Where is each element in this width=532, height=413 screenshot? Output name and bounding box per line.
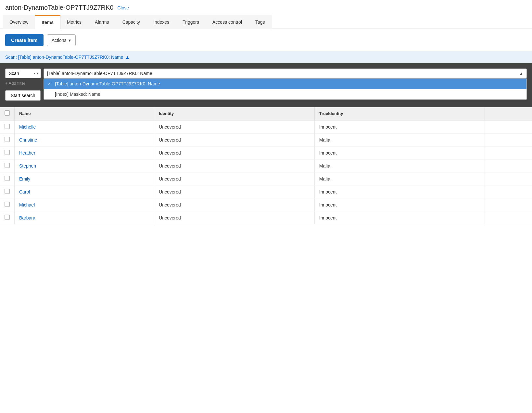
table-row: Carol Uncovered Innocent [0, 185, 532, 198]
name-link[interactable]: Carol [19, 189, 30, 194]
index-dropdown-value: [Table] anton-DynamoTable-OP7TTJ9Z7RK0: … [47, 71, 152, 76]
cell-identity: Uncovered [154, 185, 315, 198]
scan-title-text: Scan: [Table] anton-DynamoTable-OP7TTJ9Z… [5, 55, 123, 60]
table-header-row: Name Identity TrueIdentity [0, 107, 532, 120]
header-checkbox[interactable] [5, 110, 10, 116]
cell-true-identity: Mafia [314, 133, 485, 146]
name-link[interactable]: Emily [19, 176, 30, 181]
name-link[interactable]: Barbara [19, 215, 35, 220]
name-link[interactable]: Stephen [19, 163, 36, 169]
cell-identity: Uncovered [154, 198, 315, 211]
collapse-icon: ▲ [125, 55, 130, 60]
row-checkbox[interactable] [5, 150, 10, 155]
scan-header: Scan: [Table] anton-DynamoTable-OP7TTJ9Z… [0, 51, 532, 63]
page-header: anton-DynamoTable-OP7TTJ9Z7RK0 Close [0, 0, 532, 15]
tab-items[interactable]: Items [35, 15, 60, 29]
header-checkbox-cell [0, 107, 15, 120]
cell-extra [485, 159, 532, 172]
cell-name: Michelle [15, 120, 154, 133]
dropdown-option-table[interactable]: ✓ [Table] anton-DynamoTable-OP7TTJ9Z7RK0… [44, 79, 526, 89]
col-true-identity: TrueIdentity [314, 107, 485, 120]
tab-metrics[interactable]: Metrics [60, 15, 88, 29]
cell-true-identity: Innocent [314, 185, 485, 198]
search-panel: Scan Query [Table] anton-DynamoTable-OP7… [0, 63, 532, 107]
scan-type-select[interactable]: Scan Query [5, 69, 41, 78]
cell-name: Stephen [15, 159, 154, 172]
create-item-button[interactable]: Create item [5, 34, 44, 46]
name-link[interactable]: Christine [19, 137, 37, 143]
row-checkbox-cell [0, 172, 15, 185]
tab-access-control[interactable]: Access control [206, 15, 249, 29]
cell-extra [485, 185, 532, 198]
col-identity: Identity [154, 107, 315, 120]
table-row: Heather Uncovered Innocent [0, 146, 532, 159]
row-checkbox-cell [0, 159, 15, 172]
cell-true-identity: Mafia [314, 172, 485, 185]
cell-extra [485, 211, 532, 224]
cell-true-identity: Innocent [314, 198, 485, 211]
cell-true-identity: Innocent [314, 211, 485, 224]
table-row: Michelle Uncovered Innocent [0, 120, 532, 133]
name-link[interactable]: Michelle [19, 124, 36, 130]
tab-capacity[interactable]: Capacity [116, 15, 147, 29]
cell-extra [485, 198, 532, 211]
items-table: Name Identity TrueIdentity Michelle Unco… [0, 107, 532, 224]
row-checkbox-cell [0, 211, 15, 224]
cell-identity: Uncovered [154, 172, 315, 185]
tab-triggers[interactable]: Triggers [176, 15, 206, 29]
close-link[interactable]: Close [117, 5, 129, 10]
chevron-down-icon: ▾ [69, 38, 71, 43]
cell-name: Michael [15, 198, 154, 211]
cell-name: Christine [15, 133, 154, 146]
row-checkbox-cell [0, 133, 15, 146]
cell-identity: Uncovered [154, 211, 315, 224]
table-row: Emily Uncovered Mafia [0, 172, 532, 185]
name-link[interactable]: Heather [19, 150, 35, 156]
cell-identity: Uncovered [154, 146, 315, 159]
search-row: Scan Query [Table] anton-DynamoTable-OP7… [5, 69, 527, 78]
cell-extra [485, 172, 532, 185]
row-checkbox[interactable] [5, 215, 10, 220]
cell-identity: Uncovered [154, 159, 315, 172]
row-checkbox[interactable] [5, 124, 10, 129]
col-extra [485, 107, 532, 120]
tab-tags[interactable]: Tags [249, 15, 272, 29]
tab-alarms[interactable]: Alarms [88, 15, 116, 29]
dropdown-chevron-icon: ▲ [519, 71, 523, 76]
toolbar: Create item Actions ▾ [0, 29, 532, 51]
name-link[interactable]: Michael [19, 202, 35, 207]
cell-name: Barbara [15, 211, 154, 224]
cell-extra [485, 120, 532, 133]
actions-button[interactable]: Actions ▾ [47, 34, 76, 46]
row-checkbox[interactable] [5, 163, 10, 168]
tab-indexes[interactable]: Indexes [147, 15, 176, 29]
row-checkbox[interactable] [5, 137, 10, 142]
cell-identity: Uncovered [154, 120, 315, 133]
row-checkbox-cell [0, 198, 15, 211]
index-dropdown-container: [Table] anton-DynamoTable-OP7TTJ9Z7RK0: … [44, 69, 527, 78]
cell-extra [485, 146, 532, 159]
scan-title-bar[interactable]: Scan: [Table] anton-DynamoTable-OP7TTJ9Z… [5, 55, 527, 60]
tabs-bar: Overview Items Metrics Alarms Capacity I… [0, 15, 532, 29]
cell-name: Emily [15, 172, 154, 185]
page-title: anton-DynamoTable-OP7TTJ9Z7RK0 [5, 4, 113, 11]
table-row: Michael Uncovered Innocent [0, 198, 532, 211]
tab-overview[interactable]: Overview [3, 15, 35, 29]
cell-true-identity: Innocent [314, 146, 485, 159]
row-checkbox-cell [0, 185, 15, 198]
dropdown-option-index[interactable]: [Index] Masked: Name [44, 89, 526, 99]
row-checkbox-cell [0, 146, 15, 159]
table-row: Stephen Uncovered Mafia [0, 159, 532, 172]
cell-true-identity: Mafia [314, 159, 485, 172]
index-dropdown-trigger[interactable]: [Table] anton-DynamoTable-OP7TTJ9Z7RK0: … [44, 69, 527, 78]
table-row: Christine Uncovered Mafia [0, 133, 532, 146]
cell-name: Heather [15, 146, 154, 159]
row-checkbox[interactable] [5, 202, 10, 207]
start-search-button[interactable]: Start search [5, 90, 41, 101]
scan-type-wrapper: Scan Query [5, 69, 41, 78]
add-filter-label: + Add filter [5, 81, 25, 86]
table-row: Barbara Uncovered Innocent [0, 211, 532, 224]
row-checkbox[interactable] [5, 189, 10, 194]
cell-extra [485, 133, 532, 146]
row-checkbox[interactable] [5, 176, 10, 181]
